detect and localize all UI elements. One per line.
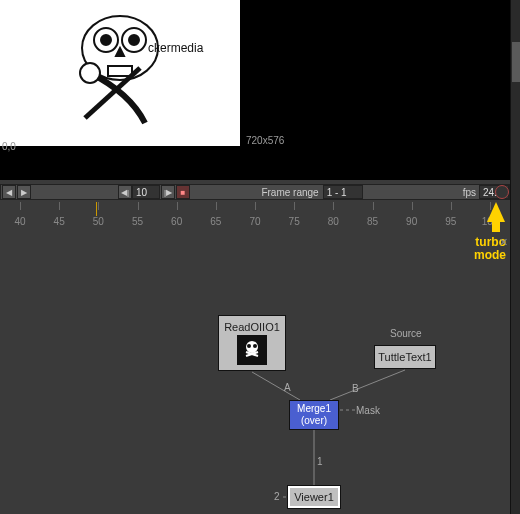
ruler-tick (373, 202, 374, 210)
node-read-thumb (237, 335, 267, 365)
node-tuttletext[interactable]: TuttleText1 (374, 345, 436, 369)
node-merge-label2: (over) (301, 415, 327, 427)
ruler-tick (59, 202, 60, 210)
ruler-tick (294, 202, 295, 210)
svg-point-4 (129, 35, 139, 45)
svg-line-8 (252, 372, 300, 400)
ruler-label: 50 (93, 216, 104, 227)
turbo-mode-button[interactable] (495, 185, 509, 199)
ruler-label: 70 (249, 216, 260, 227)
node-merge[interactable]: Merge1 (over) (289, 400, 339, 430)
node-viewer-label: Viewer1 (294, 491, 334, 503)
ruler-tick (98, 202, 99, 210)
source-hint: Source (390, 328, 422, 339)
edge-label-mask: Mask (356, 405, 380, 416)
svg-rect-5 (108, 66, 132, 76)
frame-range-label: Frame range (261, 187, 318, 198)
ruler-tick (216, 202, 217, 210)
ruler-tick (138, 202, 139, 210)
svg-point-14 (247, 344, 251, 348)
record-button[interactable]: ■ (176, 185, 190, 199)
fps-label: fps (463, 187, 476, 198)
logo-text: ckermedia (148, 41, 204, 55)
ruler-tick (333, 202, 334, 210)
svg-point-7 (80, 63, 100, 83)
scrollbar-thumb[interactable] (512, 42, 520, 82)
node-merge-label1: Merge1 (297, 403, 331, 415)
ruler-label: 95 (445, 216, 456, 227)
svg-point-15 (253, 344, 257, 348)
playhead[interactable] (96, 202, 97, 216)
ruler-label: 90 (406, 216, 417, 227)
ruler-label: 40 (14, 216, 25, 227)
step-back-button[interactable]: ◀| (118, 185, 132, 199)
close-panel-icon[interactable]: ✕ (499, 236, 508, 249)
ruler-label: 85 (367, 216, 378, 227)
ruler-tick (255, 202, 256, 210)
step-fwd-button[interactable]: |▶ (161, 185, 175, 199)
ruler-label: 80 (328, 216, 339, 227)
ruler-label: 75 (289, 216, 300, 227)
coord-label: 0,0 (2, 141, 16, 152)
ruler-label: 55 (132, 216, 143, 227)
dimensions-label: 720x576 (246, 135, 284, 146)
annotation-arrow (487, 202, 505, 222)
prev-button[interactable]: ◀ (2, 185, 16, 199)
ruler-label: 45 (54, 216, 65, 227)
ruler-tick (20, 202, 21, 210)
frame-range-input[interactable] (323, 185, 363, 199)
ruler-label: 60 (171, 216, 182, 227)
node-viewer[interactable]: Viewer1 (288, 486, 340, 508)
ruler-tick (412, 202, 413, 210)
node-read-label: ReadOIIO1 (224, 321, 280, 333)
edge-label-b: B (352, 383, 359, 394)
current-frame-input[interactable] (132, 185, 160, 199)
ruler-tick (451, 202, 452, 210)
viewer-image: ckermedia (0, 0, 240, 146)
node-read[interactable]: ReadOIIO1 (218, 315, 286, 371)
next-button[interactable]: ▶ (17, 185, 31, 199)
svg-point-3 (101, 35, 111, 45)
ruler-label: 65 (210, 216, 221, 227)
timeline-ruler[interactable]: 404550556065707580859095100 (0, 202, 510, 234)
ruler-tick (177, 202, 178, 210)
node-tuttletext-label: TuttleText1 (378, 351, 431, 363)
vertical-scrollbar[interactable] (510, 0, 520, 514)
viewer-panel: ckermedia 0,0 720x576 (0, 0, 510, 180)
timeline-bar: ◀ ▶ ◀| |▶ ■ Frame range fps (0, 184, 510, 200)
port-label-2: 2 (274, 491, 280, 502)
svg-line-9 (330, 370, 405, 400)
edge-label-a: A (284, 382, 291, 393)
port-label-1: 1 (317, 456, 323, 467)
